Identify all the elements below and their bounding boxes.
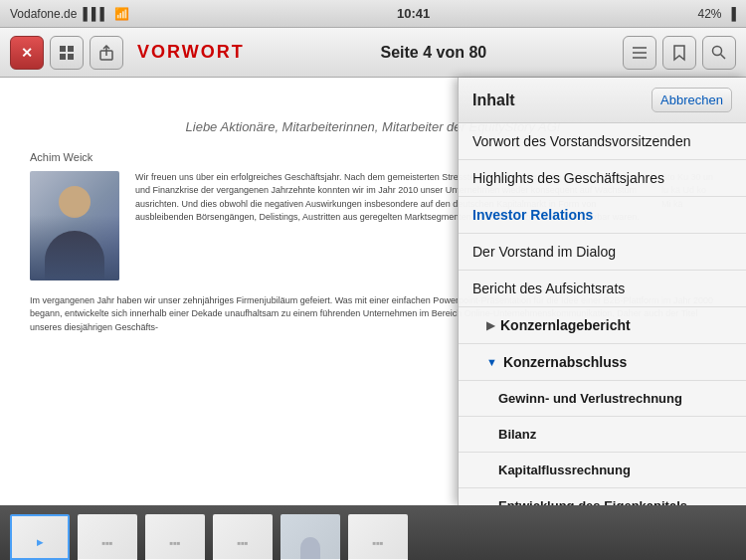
thumb-inner-2: ■■■ [145,514,205,561]
thumbnail-bar: ▶ 4 ■■■ 1 ■■■ 2 ■■■ 3 4 ■■■ 5 [0,505,746,560]
toc-item-vorstand[interactable]: Der Vorstand im Dialog [459,234,746,271]
toc-label-highlights: Highlights des Geschäftsjahres [472,170,664,186]
toolbar: ✕ VORWORT Seite 4 von 80 [0,28,746,78]
toc-item-konzernabschluss[interactable]: ▼Konzernabschluss [459,344,746,381]
thumb-inner-1: ■■■ [78,514,137,561]
thumb-inner-active: ▶ [12,516,68,561]
toc-panel: Inhalt Abbrechen Vorwort des Vorstandsvo… [458,78,746,505]
toc-label-investor: Investor Relations [472,207,593,223]
toc-arrow-konzernabschluss: ▼ [486,356,497,368]
svg-rect-3 [68,54,74,60]
toc-label-gewinn: Gewinn- und Verlustrechnung [498,391,682,406]
thumb-inner-5: ■■■ [348,514,408,561]
svg-line-9 [721,54,726,59]
toc-item-bilanz[interactable]: Bilanz [459,417,746,453]
bookmark-button[interactable] [662,36,696,70]
search-button[interactable] [702,36,736,70]
status-time: 10:41 [397,6,430,21]
toc-label-aufsichtsrat: Bericht des Aufsichtsrats [472,280,625,296]
toc-label-vorwort: Vorwort des Vorstandsvorsitzenden [472,133,690,149]
toc-header: Inhalt Abbrechen [459,78,746,123]
wifi-icon: 📶 [114,7,129,21]
svg-rect-0 [60,46,66,52]
toc-list: Vorwort des VorstandsvorsitzendenHighlig… [459,123,746,505]
list-view-button[interactable] [623,36,656,70]
toc-item-vorwort[interactable]: Vorwort des Vorstandsvorsitzenden [459,123,746,160]
toolbar-right [623,36,736,70]
thumbnail-5[interactable]: ■■■ 5 [348,514,408,561]
thumbnail-4[interactable]: 4 [280,514,340,561]
status-bar: Vodafone.de ▌▌▌ 📶 10:41 42% ▐ [0,0,746,28]
svg-rect-2 [60,54,66,60]
thumbnail-2[interactable]: ■■■ 2 [145,514,205,561]
toc-arrow-konzernlage: ▶ [486,319,494,332]
toc-label-bilanz: Bilanz [498,427,536,442]
close-button[interactable]: ✕ [10,36,44,70]
toc-label-eigenkapital: Entwicklung des Eigenkapitals [498,498,687,505]
author-photo [30,171,119,280]
share-button[interactable] [90,36,123,70]
toc-label-konzernabschluss: Konzernabschluss [503,354,627,370]
toc-item-kapitalfluss[interactable]: Kapitalflussrechnung [459,453,746,488]
svg-rect-1 [68,46,74,52]
toc-item-investor[interactable]: Investor Relations [459,197,746,234]
toc-item-eigenkapital[interactable]: Entwicklung des Eigenkapitals [459,488,746,505]
battery-percent: 42% [697,7,721,21]
thumb-inner-4 [280,514,340,561]
toc-item-gewinn[interactable]: Gewinn- und Verlustrechnung [459,381,746,417]
signal-icon: ▌▌▌ [83,7,108,21]
toc-item-highlights[interactable]: Highlights des Geschäftsjahres [459,160,746,197]
toc-label-vorstand: Der Vorstand im Dialog [472,244,616,260]
toolbar-left: ✕ VORWORT [10,36,245,70]
toc-title: Inhalt [472,92,515,109]
main-area: VORWORT DES VORSTANDSVORSITZENDEN Liebe … [0,78,746,505]
toc-label-konzernlage: Konzernlagebericht [500,317,631,333]
status-left: Vodafone.de ▌▌▌ 📶 [10,7,129,21]
battery-icon: ▐ [727,7,736,21]
person-body [45,231,104,280]
status-right: 42% ▐ [697,7,736,21]
thumbnail-3[interactable]: ■■■ 3 [213,514,273,561]
carrier-text: Vodafone.de [10,7,77,21]
thumb-inner-3: ■■■ [213,514,273,561]
toc-item-konzernlage[interactable]: ▶Konzernlagebericht [459,307,746,344]
person-head [59,186,91,218]
toc-item-aufsichtsrat[interactable]: Bericht des Aufsichtsrats [459,271,746,307]
toc-cancel-button[interactable]: Abbrechen [652,88,732,112]
logo-text: VORWORT [137,42,245,63]
toc-label-kapitalfluss: Kapitalflussrechnung [498,463,631,477]
page-info: Seite 4 von 80 [245,44,623,62]
thumbnail-active[interactable]: ▶ 4 [10,514,70,561]
svg-point-8 [713,46,722,55]
thumbnail-1[interactable]: ■■■ 1 [78,514,137,561]
layout-button[interactable] [50,36,84,70]
